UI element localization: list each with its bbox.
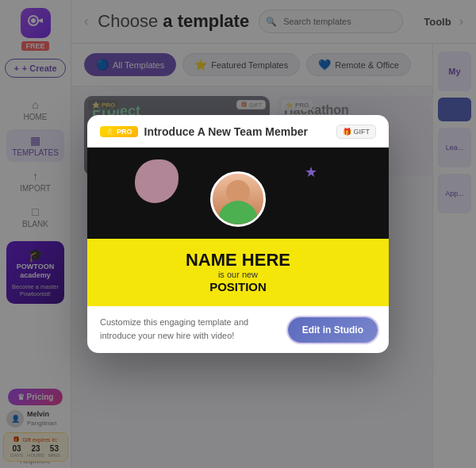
modal-pro-badge: ⭐ PRO — [100, 126, 138, 137]
person-circle — [210, 171, 266, 227]
modal-header: ⭐ PRO Introduce A New Team Member 🎁 GIFT — [87, 115, 389, 148]
modal: ⭐ PRO Introduce A New Team Member 🎁 GIFT… — [87, 115, 389, 353]
modal-overlay[interactable]: ⭐ PRO Introduce A New Team Member 🎁 GIFT… — [0, 0, 476, 468]
person-silhouette — [213, 174, 263, 224]
modal-body: Customize this engaging template and int… — [87, 306, 389, 353]
preview-name: Name Here — [186, 251, 290, 269]
modal-title: Introduce A New Team Member — [144, 125, 330, 138]
preview-star: ★ — [305, 163, 317, 181]
preview-sub: is our new — [218, 269, 258, 280]
edit-in-studio-button[interactable]: Edit in Studio — [288, 317, 378, 343]
modal-description: Customize this engaging template and int… — [100, 316, 279, 342]
person-body — [218, 201, 258, 224]
modal-preview: ★ Name Here is our new POSITION — [87, 148, 389, 306]
modal-gift-badge: 🎁 GIFT — [336, 125, 377, 139]
modal-gift-label: GIFT — [354, 128, 370, 136]
preview-position: POSITION — [209, 280, 267, 293]
modal-gift-icon: 🎁 — [343, 128, 351, 136]
preview-content: ★ Name Here is our new POSITION — [87, 148, 389, 306]
preview-yellow-bar: Name Here is our new POSITION — [87, 239, 389, 306]
modal-pro-label: PRO — [117, 128, 132, 136]
modal-star-icon: ⭐ — [106, 128, 114, 136]
